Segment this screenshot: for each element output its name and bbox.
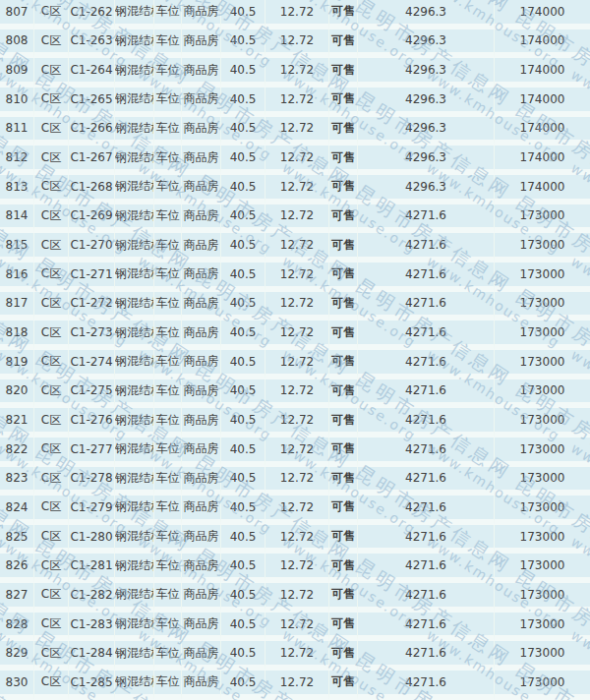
- cell-district: C区: [34, 525, 69, 554]
- cell-total-price: 173000: [495, 408, 590, 438]
- table-row: 818 C区 C1-273 钢混结构 车位 商品房 40.5 12.72 可售 …: [0, 321, 590, 350]
- cell-unit-price: 4271.6: [358, 438, 495, 467]
- cell-unit-price: 4271.6: [358, 496, 495, 525]
- unit-number-link[interactable]: C1-283: [69, 612, 115, 642]
- cell-area: 40.5: [221, 438, 266, 467]
- cell-area: 40.5: [221, 58, 266, 88]
- cell-unit-price: 4271.6: [358, 408, 495, 438]
- cell-district: C区: [34, 204, 69, 234]
- cell-area: 40.5: [221, 262, 266, 292]
- cell-house-type: 商品房: [182, 146, 221, 175]
- unit-number-link[interactable]: C1-264: [69, 58, 115, 88]
- cell-category: 车位: [154, 525, 182, 554]
- cell-district: C区: [34, 262, 69, 292]
- unit-number-link[interactable]: C1-271: [69, 262, 115, 292]
- status-badge: 可售: [329, 641, 358, 671]
- cell-category: 车位: [154, 438, 182, 467]
- cell-row-number: 815: [0, 233, 34, 262]
- unit-number-link[interactable]: C1-273: [69, 321, 115, 350]
- cell-district: C区: [34, 641, 69, 671]
- unit-number-link[interactable]: C1-280: [69, 525, 115, 554]
- unit-number-link[interactable]: C1-269: [69, 204, 115, 234]
- table-row: 821 C区 C1-276 钢混结构 车位 商品房 40.5 12.72 可售 …: [0, 408, 590, 438]
- cell-category: 车位: [154, 88, 182, 117]
- cell-inner-area: 12.72: [266, 58, 329, 88]
- unit-number-link[interactable]: C1-279: [69, 496, 115, 525]
- cell-structure: 钢混结构: [115, 612, 154, 642]
- cell-category: 车位: [154, 204, 182, 234]
- table-row: 814 C区 C1-269 钢混结构 车位 商品房 40.5 12.72 可售 …: [0, 204, 590, 234]
- status-badge: 可售: [329, 525, 358, 554]
- unit-number-link[interactable]: C1-278: [69, 467, 115, 496]
- unit-number-link[interactable]: C1-262: [69, 0, 115, 29]
- cell-structure: 钢混结构: [115, 146, 154, 175]
- unit-number-link[interactable]: C1-265: [69, 88, 115, 117]
- unit-number-link[interactable]: C1-263: [69, 29, 115, 59]
- cell-row-number: 827: [0, 583, 34, 612]
- cell-structure: 钢混结构: [115, 583, 154, 612]
- status-badge: 可售: [329, 58, 358, 88]
- unit-number-link[interactable]: C1-274: [69, 350, 115, 379]
- cell-category: 车位: [154, 262, 182, 292]
- unit-number-link[interactable]: C1-268: [69, 175, 115, 204]
- cell-total-price: 174000: [495, 175, 590, 204]
- cell-category: 车位: [154, 554, 182, 583]
- table-row: 822 C区 C1-277 钢混结构 车位 商品房 40.5 12.72 可售 …: [0, 438, 590, 467]
- unit-number-link[interactable]: C1-275: [69, 379, 115, 409]
- unit-number-link[interactable]: C1-282: [69, 583, 115, 612]
- cell-house-type: 商品房: [182, 292, 221, 321]
- cell-house-type: 商品房: [182, 88, 221, 117]
- cell-total-price: 173000: [495, 350, 590, 379]
- cell-category: 车位: [154, 496, 182, 525]
- unit-number-link[interactable]: C1-277: [69, 438, 115, 467]
- table-row: 830 C区 C1-285 钢混结构 车位 商品房 40.5 12.72 可售 …: [0, 671, 590, 700]
- unit-number-link[interactable]: C1-266: [69, 117, 115, 146]
- cell-area: 40.5: [221, 467, 266, 496]
- status-badge: 可售: [329, 554, 358, 583]
- cell-total-price: 173000: [495, 321, 590, 350]
- cell-unit-price: 4296.3: [358, 117, 495, 146]
- cell-row-number: 824: [0, 496, 34, 525]
- cell-area: 40.5: [221, 671, 266, 700]
- cell-row-number: 828: [0, 612, 34, 642]
- cell-district: C区: [34, 496, 69, 525]
- cell-inner-area: 12.72: [266, 321, 329, 350]
- unit-number-link[interactable]: C1-270: [69, 233, 115, 262]
- cell-unit-price: 4271.6: [358, 641, 495, 671]
- unit-number-link[interactable]: C1-285: [69, 671, 115, 700]
- cell-area: 40.5: [221, 0, 266, 29]
- cell-row-number: 808: [0, 29, 34, 59]
- unit-number-link[interactable]: C1-284: [69, 641, 115, 671]
- table-row: 809 C区 C1-264 钢混结构 车位 商品房 40.5 12.72 可售 …: [0, 58, 590, 88]
- cell-district: C区: [34, 117, 69, 146]
- cell-row-number: 812: [0, 146, 34, 175]
- cell-inner-area: 12.72: [266, 29, 329, 59]
- cell-unit-price: 4296.3: [358, 58, 495, 88]
- cell-unit-price: 4271.6: [358, 204, 495, 234]
- status-badge: 可售: [329, 350, 358, 379]
- cell-district: C区: [34, 233, 69, 262]
- cell-row-number: 830: [0, 671, 34, 700]
- cell-total-price: 174000: [495, 117, 590, 146]
- cell-category: 车位: [154, 379, 182, 409]
- status-badge: 可售: [329, 438, 358, 467]
- cell-district: C区: [34, 671, 69, 700]
- cell-structure: 钢混结构: [115, 525, 154, 554]
- unit-number-link[interactable]: C1-281: [69, 554, 115, 583]
- cell-total-price: 173000: [495, 467, 590, 496]
- cell-row-number: 807: [0, 0, 34, 29]
- unit-number-link[interactable]: C1-276: [69, 408, 115, 438]
- cell-category: 车位: [154, 641, 182, 671]
- cell-structure: 钢混结构: [115, 292, 154, 321]
- cell-unit-price: 4271.6: [358, 379, 495, 409]
- cell-total-price: 173000: [495, 554, 590, 583]
- cell-district: C区: [34, 321, 69, 350]
- cell-district: C区: [34, 583, 69, 612]
- unit-number-link[interactable]: C1-267: [69, 146, 115, 175]
- cell-total-price: 173000: [495, 496, 590, 525]
- cell-inner-area: 12.72: [266, 467, 329, 496]
- cell-row-number: 809: [0, 58, 34, 88]
- unit-number-link[interactable]: C1-272: [69, 292, 115, 321]
- cell-category: 车位: [154, 29, 182, 59]
- status-badge: 可售: [329, 321, 358, 350]
